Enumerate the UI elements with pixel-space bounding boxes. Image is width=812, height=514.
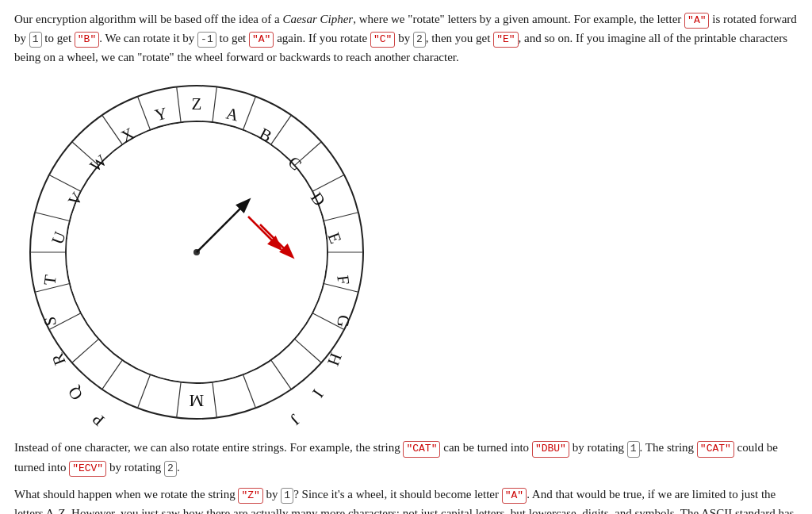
p2-num-2: 2: [164, 461, 177, 477]
p1-code-C: "C": [370, 32, 395, 48]
wheel-letter-G: G: [333, 314, 354, 328]
p1-text-4: . We can rotate it by: [99, 32, 197, 44]
p3-code-Z: "Z": [238, 488, 262, 504]
p2-code-CAT2: "CAT": [697, 441, 734, 457]
wheel-letter-J: J: [286, 411, 304, 428]
wheel-letter-Z: Z: [192, 94, 202, 113]
p1-text-intro: Our encryption algorithm will be based o…: [14, 13, 684, 25]
wheel-letter-P: P: [89, 410, 109, 428]
p1-text-8: , then you get: [426, 32, 493, 44]
p1-text-3: to get: [42, 32, 75, 44]
p1-code-B: "B": [75, 32, 99, 48]
p3-text-3: ? Since it's a wheel, it should become l…: [293, 488, 502, 501]
p3-code-A: "A": [502, 488, 527, 504]
paragraph-3: What should happen when we rotate the st…: [14, 485, 798, 514]
p2-code-DBU: "DBU": [532, 441, 569, 457]
p2-text-2: can be turned into: [440, 441, 531, 454]
p1-num-neg1: -1: [197, 32, 216, 48]
wheel-letter-H: H: [324, 351, 346, 369]
p2-code-ECV: "ECV": [69, 461, 106, 477]
p2-text-4: . The string: [640, 441, 697, 454]
p1-text-5: to get: [216, 32, 249, 44]
p3-num-1: 1: [281, 488, 293, 504]
p2-text-6: by rotating: [106, 461, 164, 474]
wheel-letter-I: I: [308, 386, 327, 401]
p3-text-1: What should happen when we rotate the st…: [14, 488, 238, 501]
p2-num-1: 1: [627, 441, 640, 457]
p1-text-7: by: [395, 32, 413, 44]
p1-code-A2: "A": [249, 32, 274, 48]
p2-text-7: .: [177, 461, 180, 474]
p2-code-CAT1: "CAT": [403, 441, 440, 457]
p3-text-2: by: [263, 488, 282, 501]
wheel-letter-Q: Q: [64, 383, 86, 404]
p1-num-2: 2: [413, 32, 426, 48]
wheel-letter-O: O: [118, 426, 138, 427]
content-area: Our encryption algorithm will be based o…: [14, 10, 798, 514]
wheel-letter-M: M: [189, 391, 204, 410]
p1-code-A: "A": [684, 13, 709, 29]
p1-num-1: 1: [29, 32, 42, 48]
wheel-diagram: /* placeholder */ Z A B: [22, 78, 798, 427]
p1-code-E: "E": [493, 32, 518, 48]
p2-text-3: by rotating: [569, 441, 627, 454]
wheel-svg: /* placeholder */ Z A B: [22, 78, 371, 427]
paragraph-2: Instead of one character, we can also ro…: [14, 438, 798, 476]
p1-text-6: again. If you rotate: [274, 32, 370, 44]
wheel-letter-K: K: [256, 426, 276, 427]
p2-text-1: Instead of one character, we can also ro…: [14, 441, 403, 454]
paragraph-1: Our encryption algorithm will be based o…: [14, 10, 798, 67]
wheel-letter-R: R: [48, 351, 69, 369]
